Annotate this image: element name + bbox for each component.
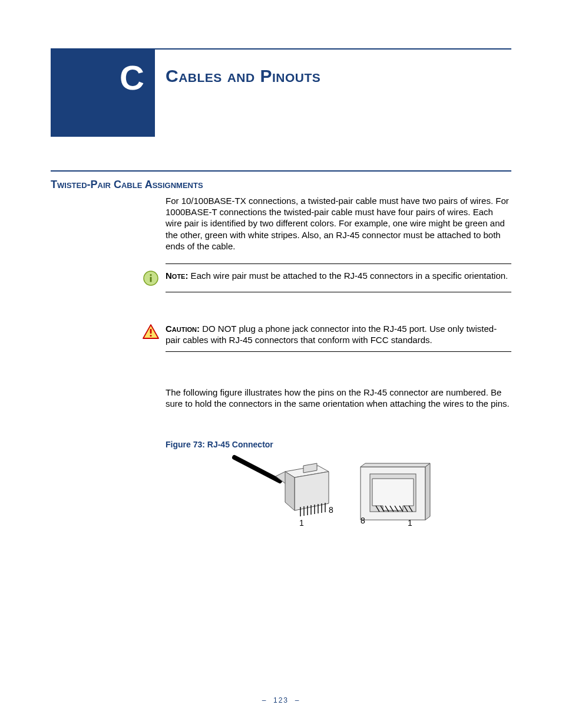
rj45-plug-illustration (234, 457, 329, 516)
page-number-value: 123 (273, 696, 289, 704)
section-top-rule (51, 170, 511, 172)
appendix-letter: C (120, 58, 144, 97)
plug-pin-8-label: 8 (329, 505, 333, 515)
svg-marker-22 (425, 463, 430, 520)
note-text-container: Note: Each wire pair must be attached to… (166, 270, 511, 281)
caution-text-container: Caution: DO NOT plug a phone jack connec… (166, 323, 511, 345)
svg-point-1 (150, 274, 151, 276)
figure-intro-paragraph: The following figure illustrates how the… (166, 387, 511, 409)
caution-label: Caution: (166, 324, 200, 334)
jack-pin-1-label: 1 (408, 518, 412, 528)
svg-marker-21 (361, 463, 430, 467)
section-heading: Twisted-Pair Cable Assignments (51, 179, 203, 191)
rj45-jack-illustration (361, 463, 430, 520)
note-block: Note: Each wire pair must be attached to… (136, 263, 511, 292)
note-text: Each wire pair must be attached to the R… (188, 271, 508, 281)
intro-paragraph: For 10/100BASE-TX connections, a twisted… (166, 195, 511, 252)
svg-rect-2 (150, 277, 152, 282)
svg-marker-9 (295, 472, 329, 510)
plug-pin-1-label: 1 (299, 518, 304, 528)
rj45-figure: 1 8 8 1 (224, 453, 436, 535)
svg-rect-4 (150, 329, 152, 334)
caution-icon (136, 323, 166, 340)
appendix-banner: C (51, 50, 155, 137)
svg-point-5 (150, 335, 151, 337)
page-number: – 123 – (0, 696, 562, 704)
svg-line-6 (234, 457, 280, 481)
figure-caption: Figure 73: RJ-45 Connector (166, 440, 273, 449)
info-icon (136, 270, 166, 286)
caution-text: DO NOT plug a phone jack connector into … (166, 324, 497, 345)
jack-pin-8-label: 8 (361, 516, 365, 525)
caution-rule-bottom (166, 351, 511, 352)
chapter-title: Cables and Pinouts (166, 66, 320, 86)
note-label: Note: (166, 271, 188, 281)
note-rule-bottom (166, 292, 511, 292)
caution-block: Caution: DO NOT plug a phone jack connec… (136, 317, 511, 352)
svg-marker-10 (285, 472, 295, 510)
